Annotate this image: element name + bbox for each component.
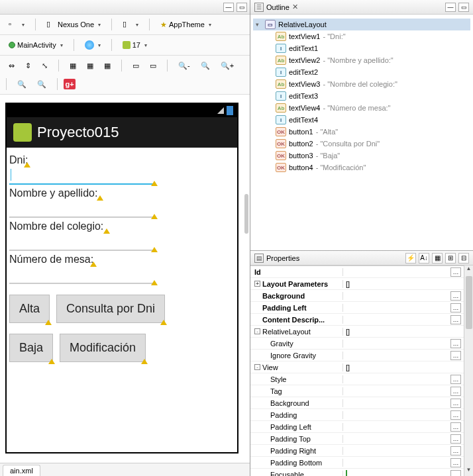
outline-tree[interactable]: ▾▭RelativeLayoutAbtextView1 - "Dni:"Iedi… bbox=[250, 15, 473, 177]
prop-value-cell[interactable]: … bbox=[343, 446, 464, 455]
ellipsis-button[interactable]: … bbox=[450, 422, 461, 432]
tree-item-button2[interactable]: OKbutton2 - "Consulta por Dni" bbox=[253, 138, 470, 150]
zoom-100-button[interactable]: 🔍 bbox=[196, 58, 215, 73]
label-mesa[interactable]: Número de mesa: bbox=[9, 254, 95, 265]
zoom-in-button[interactable]: 🔍+ bbox=[216, 58, 238, 73]
expand-toggle[interactable]: + bbox=[254, 281, 260, 287]
prop-row[interactable]: -View[] bbox=[250, 361, 464, 373]
zoom-actual-button[interactable]: 🔍 bbox=[32, 77, 51, 91]
outline-max-button[interactable]: ▭ bbox=[458, 3, 469, 12]
prop-row[interactable]: Padding Top… bbox=[250, 433, 464, 445]
zoom-fit-button[interactable]: 🔍 bbox=[13, 77, 31, 91]
prop-row[interactable]: Style… bbox=[250, 373, 464, 385]
prop-value-cell[interactable]: … bbox=[343, 339, 464, 348]
prop-value-cell[interactable]: … bbox=[343, 375, 464, 384]
tree-item-editText4[interactable]: IeditText4 bbox=[253, 114, 470, 126]
prop-row[interactable]: -RelativeLayout[] bbox=[250, 326, 464, 338]
tree-item-button3[interactable]: OKbutton3 - "Baja" bbox=[253, 150, 470, 162]
prop-show-advanced-button[interactable]: ▦ bbox=[432, 253, 443, 263]
theme-dropdown[interactable]: ★ AppTheme bbox=[156, 17, 216, 32]
grid-3-button[interactable]: ▦ bbox=[99, 58, 115, 73]
prop-value-cell[interactable]: … bbox=[343, 267, 464, 277]
prop-value-cell[interactable]: [] bbox=[343, 363, 464, 371]
tree-item-textView3[interactable]: AbtextView3 - "Nombre del colegio:" bbox=[253, 78, 470, 90]
expand-h-button[interactable]: ⇔ bbox=[4, 58, 19, 73]
scroll-thumb[interactable] bbox=[466, 276, 472, 329]
prop-collapse-button[interactable]: ⊟ bbox=[458, 253, 469, 263]
prop-row[interactable]: Background… bbox=[250, 290, 464, 302]
design-surface[interactable]: Proyecto015 Dni: Nombre y apellido: Nomb… bbox=[0, 95, 250, 463]
ellipsis-button[interactable]: … bbox=[450, 267, 461, 277]
ellipsis-button[interactable]: … bbox=[450, 315, 461, 324]
input-colegio[interactable] bbox=[9, 234, 155, 251]
label-dni[interactable]: Dni: bbox=[9, 154, 29, 166]
expand-toggle[interactable]: - bbox=[254, 364, 260, 370]
tree-item-textView4[interactable]: AbtextView4 - "Número de mesa:" bbox=[253, 102, 470, 114]
scroll-down-icon[interactable]: ▼ bbox=[464, 467, 473, 476]
prop-value-cell[interactable]: … bbox=[343, 303, 464, 312]
ellipsis-button[interactable]: … bbox=[450, 446, 461, 455]
properties-grid[interactable]: Id…+Layout Parameters[]Background…Paddin… bbox=[250, 265, 464, 476]
prop-value-cell[interactable]: … bbox=[343, 387, 464, 396]
prop-expand-button[interactable]: ⊞ bbox=[445, 253, 456, 263]
ellipsis-button[interactable]: … bbox=[450, 351, 461, 360]
tree-item-editText1[interactable]: IeditText1 bbox=[253, 42, 470, 54]
gplus-badge[interactable]: g+ bbox=[64, 79, 76, 89]
tree-root[interactable]: ▾▭RelativeLayout bbox=[253, 19, 470, 30]
prop-value-cell[interactable]: [] bbox=[343, 280, 464, 288]
orientation-dropdown[interactable]: ▯ bbox=[118, 17, 143, 32]
outline-min-button[interactable]: — bbox=[445, 3, 456, 12]
tree-item-textView1[interactable]: AbtextView1 - "Dni:" bbox=[253, 30, 470, 42]
tree-item-editText3[interactable]: IeditText3 bbox=[253, 90, 470, 102]
surface-scrollbar[interactable] bbox=[244, 194, 248, 234]
prop-value-cell[interactable]: … bbox=[343, 351, 464, 360]
ellipsis-button[interactable]: … bbox=[450, 458, 461, 467]
prop-value-cell[interactable]: … bbox=[343, 434, 464, 444]
grid-1-button[interactable]: ▦ bbox=[65, 58, 81, 73]
prop-value-cell[interactable]: … bbox=[343, 291, 464, 301]
expand-all-button[interactable]: ⤡ bbox=[37, 58, 52, 73]
prop-value-cell[interactable]: … bbox=[343, 399, 464, 408]
prop-row[interactable]: Content Descrip...… bbox=[250, 314, 464, 326]
prop-value-cell[interactable]: … bbox=[343, 315, 464, 324]
prop-row[interactable]: Tag… bbox=[250, 385, 464, 397]
device-dropdown[interactable]: ▯ Nexus One bbox=[42, 17, 105, 32]
ellipsis-button[interactable]: … bbox=[450, 470, 461, 477]
ellipsis-button[interactable]: … bbox=[450, 434, 461, 444]
prop-value-cell[interactable]: … bbox=[343, 458, 464, 467]
expand-toggle[interactable]: - bbox=[254, 328, 260, 334]
prop-row[interactable]: Padding Bottom… bbox=[250, 457, 464, 469]
prop-row[interactable]: Gravity… bbox=[250, 338, 464, 350]
scroll-up-icon[interactable]: ▲ bbox=[464, 265, 473, 275]
maximize-button[interactable]: ▭ bbox=[236, 3, 247, 12]
ellipsis-button[interactable]: … bbox=[450, 399, 461, 408]
prop-value-cell[interactable]: [] bbox=[343, 328, 464, 336]
prop-row[interactable]: Padding Left… bbox=[250, 421, 464, 433]
ellipsis-button[interactable]: … bbox=[450, 410, 461, 420]
close-outline-button[interactable]: ✕ bbox=[292, 3, 298, 11]
tree-item-textView2[interactable]: AbtextView2 - "Nombre y apellido:" bbox=[253, 54, 470, 66]
prop-row[interactable]: Padding Right… bbox=[250, 445, 464, 457]
prop-row[interactable]: Background… bbox=[250, 397, 464, 409]
input-dni[interactable] bbox=[9, 167, 155, 185]
prop-value-cell[interactable]: … bbox=[343, 410, 464, 420]
tree-item-button1[interactable]: OKbutton1 - "Alta" bbox=[253, 126, 470, 138]
tree-item-editText2[interactable]: IeditText2 bbox=[253, 66, 470, 78]
properties-scrollbar[interactable]: ▲ ▼ bbox=[464, 265, 473, 476]
button-baja[interactable]: Baja bbox=[9, 334, 53, 362]
label-nombre[interactable]: Nombre y apellido: bbox=[9, 187, 102, 199]
prop-value-cell[interactable]: … bbox=[343, 422, 464, 432]
ellipsis-button[interactable]: … bbox=[450, 339, 461, 348]
ellipsis-button[interactable]: … bbox=[450, 375, 461, 384]
twist-icon[interactable]: ▾ bbox=[256, 21, 262, 28]
button-consulta[interactable]: Consulta por Dni bbox=[56, 295, 165, 323]
api-dropdown[interactable]: 17 bbox=[118, 38, 152, 52]
minimize-button[interactable]: — bbox=[223, 3, 234, 12]
prop-row[interactable]: Id… bbox=[250, 266, 464, 278]
input-mesa[interactable] bbox=[9, 267, 155, 284]
prop-row[interactable]: Padding Left… bbox=[250, 302, 464, 314]
grid-2-button[interactable]: ▦ bbox=[82, 58, 98, 73]
button-modificacion[interactable]: Modificación bbox=[60, 334, 146, 362]
tree-item-button4[interactable]: OKbutton4 - "Modificación" bbox=[253, 162, 470, 173]
label-colegio[interactable]: Nombre del colegio: bbox=[9, 220, 109, 232]
